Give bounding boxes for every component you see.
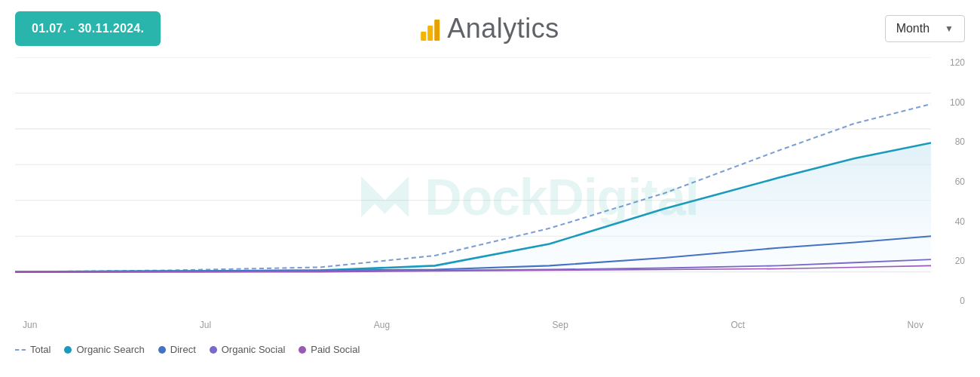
date-range-button[interactable]: 01.07. - 30.11.2024. (15, 11, 161, 46)
x-label-jul: Jul (200, 320, 211, 330)
chart-area: DockDigital (15, 57, 965, 336)
analytics-icon (421, 17, 439, 41)
y-label-80: 80 (955, 136, 965, 147)
month-selector[interactable]: Month ▼ (885, 15, 965, 42)
organic-social-dot-icon (210, 346, 217, 354)
analytics-title: Analytics (421, 13, 559, 44)
total-line-icon (15, 349, 26, 351)
x-label-oct: Oct (730, 320, 745, 330)
x-axis-labels: Jun Jul Aug Sep Oct Nov (15, 314, 931, 336)
paid-social-dot-icon (299, 346, 306, 354)
y-label-60: 60 (955, 176, 965, 187)
chevron-down-icon: ▼ (945, 23, 954, 34)
legend-total: Total (15, 344, 51, 355)
y-label-40: 40 (955, 216, 965, 227)
analytics-label: Analytics (447, 13, 559, 44)
x-label-jun: Jun (23, 320, 37, 330)
organic-search-dot-icon (64, 346, 72, 354)
chart-svg-container (15, 57, 931, 306)
legend: Total Organic Search Direct Organic Soci… (0, 336, 980, 363)
header: 01.07. - 30.11.2024. Analytics Month ▼ (0, 0, 980, 57)
x-label-nov: Nov (908, 320, 923, 330)
legend-organic-social-label: Organic Social (222, 344, 286, 355)
y-label-0: 0 (960, 296, 965, 306)
x-label-sep: Sep (553, 320, 568, 330)
x-label-aug: Aug (374, 320, 390, 330)
direct-dot-icon (158, 346, 166, 354)
legend-organic-social: Organic Social (210, 344, 286, 355)
legend-direct-label: Direct (170, 344, 196, 355)
legend-organic-search-label: Organic Search (76, 344, 144, 355)
legend-paid-social-label: Paid Social (311, 344, 360, 355)
y-label-100: 100 (950, 97, 965, 108)
legend-total-label: Total (30, 344, 51, 355)
y-axis-labels: 120 100 80 60 40 20 0 (935, 57, 965, 306)
legend-paid-social: Paid Social (299, 344, 360, 355)
y-label-20: 20 (955, 256, 965, 266)
chart-svg (15, 57, 931, 306)
legend-organic-search: Organic Search (64, 344, 144, 355)
legend-direct: Direct (158, 344, 196, 355)
y-label-120: 120 (950, 57, 965, 68)
month-label: Month (896, 22, 929, 35)
